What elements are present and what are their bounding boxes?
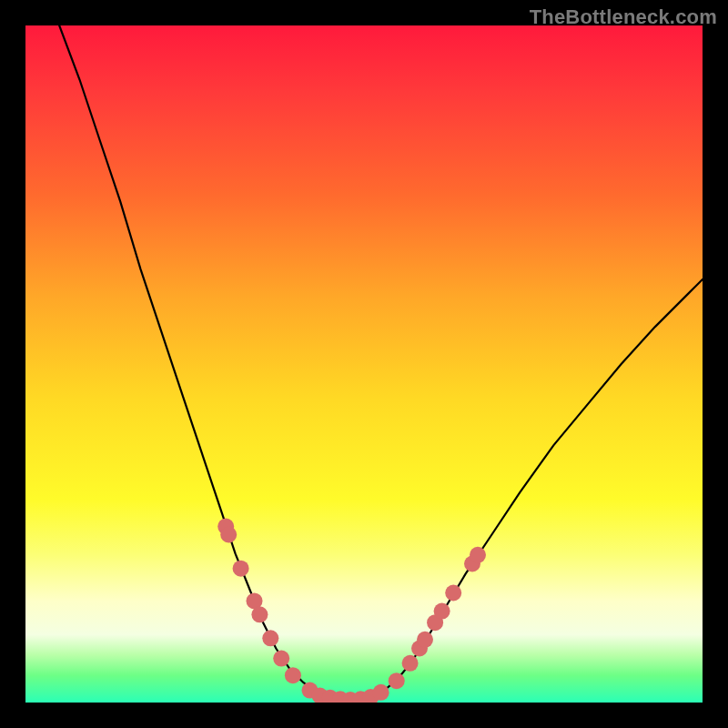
data-dot (402, 655, 419, 672)
data-dot (220, 527, 237, 543)
chart-frame: TheBottleneck.com (0, 0, 728, 728)
data-dot (233, 561, 249, 577)
data-dot (417, 632, 433, 648)
data-dot (262, 630, 278, 646)
chart-plot-area (25, 25, 703, 703)
chart-svg (25, 25, 703, 703)
data-dot (389, 672, 405, 689)
data-dot (445, 585, 461, 602)
data-dot (285, 667, 301, 683)
data-dot (373, 684, 389, 701)
data-dot (251, 606, 268, 622)
bottleneck-curve (59, 25, 703, 700)
data-dot (434, 603, 450, 620)
data-dot (470, 547, 486, 563)
data-dot (273, 651, 289, 667)
data-dots-group (217, 519, 486, 703)
